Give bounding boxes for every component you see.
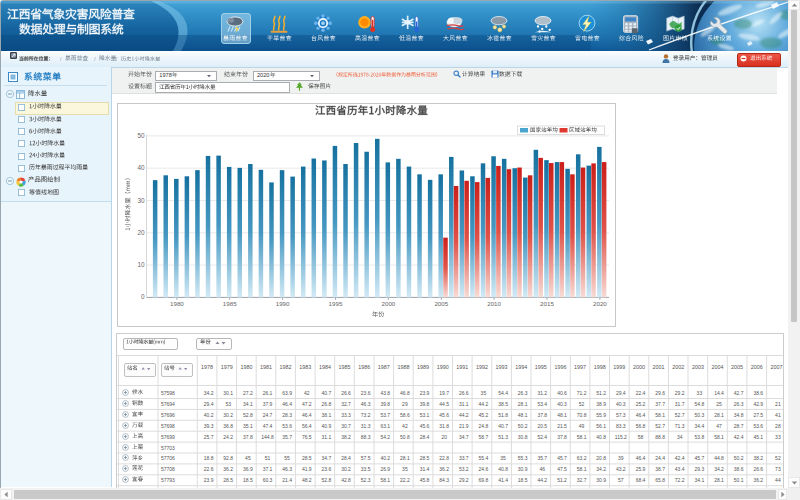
svg-text:26.6: 26.6 [341,390,351,396]
svg-text:2003: 2003 [691,364,703,370]
svg-text:33.7: 33.7 [458,455,468,461]
svg-text:50: 50 [137,131,145,138]
svg-text:51.2: 51.2 [596,390,606,396]
svg-text:36.9: 36.9 [243,466,253,472]
svg-text:51.2: 51.2 [557,477,567,483]
svg-text:53: 53 [225,400,231,406]
svg-text:39.8: 39.8 [419,400,429,406]
svg-text:43.8: 43.8 [380,390,390,396]
svg-text:38.7: 38.7 [655,466,665,472]
svg-text:51.3: 51.3 [498,433,508,439]
svg-text:55: 55 [284,455,290,461]
svg-text:54.8: 54.8 [694,400,704,406]
svg-text:38.5: 38.5 [498,400,508,406]
svg-text:144.8: 144.8 [261,433,274,439]
svg-text:28.7: 28.7 [733,422,743,428]
svg-text:34.2: 34.2 [596,466,606,472]
svg-text:29.3: 29.3 [694,466,704,472]
svg-text:1990: 1990 [276,299,290,306]
svg-text:36.2: 36.2 [753,477,763,483]
svg-text:58.1: 58.1 [576,466,586,472]
svg-text:20.8: 20.8 [596,455,606,461]
svg-text:1987: 1987 [377,364,389,370]
svg-text:19.7: 19.7 [439,390,449,396]
svg-text:47.2: 47.2 [301,400,311,406]
svg-text:2010: 2010 [487,299,501,306]
svg-text:42: 42 [402,422,408,428]
svg-text:42: 42 [304,390,310,396]
svg-text:44: 44 [775,477,781,483]
svg-text:21: 21 [775,400,781,406]
svg-text:37.8: 37.8 [537,411,547,417]
svg-text:30.1: 30.1 [223,390,233,396]
svg-text:35: 35 [402,466,408,472]
svg-text:52.8: 52.8 [243,411,253,417]
svg-text:2005: 2005 [731,364,743,370]
svg-text:1993: 1993 [495,364,507,370]
svg-text:26.6: 26.6 [753,466,763,472]
svg-text:52: 52 [578,400,584,406]
svg-text:57694: 57694 [161,400,175,406]
svg-text:1986: 1986 [358,364,370,370]
svg-text:63.2: 63.2 [576,455,586,461]
svg-text:58.6: 58.6 [400,411,410,417]
svg-text:57698: 57698 [161,422,175,428]
svg-text:52: 52 [775,455,781,461]
svg-text:1984: 1984 [318,364,330,370]
svg-text:1990: 1990 [436,364,448,370]
svg-text:45.6: 45.6 [439,411,449,417]
svg-text:1988: 1988 [397,364,409,370]
svg-text:40.6: 40.6 [557,390,567,396]
svg-text:42.4: 42.4 [674,455,684,461]
svg-text:25: 25 [716,400,722,406]
svg-text:57699: 57699 [161,433,175,439]
svg-text:33: 33 [775,433,781,439]
svg-text:30.7: 30.7 [341,422,351,428]
svg-text:18.5: 18.5 [517,477,527,483]
svg-text:21.5: 21.5 [557,422,567,428]
svg-text:56.1: 56.1 [596,422,606,428]
svg-text:30.2: 30.2 [223,411,233,417]
svg-text:18.5: 18.5 [243,477,253,483]
svg-text:55.4: 55.4 [478,455,488,461]
svg-text:42.4: 42.4 [733,433,743,439]
svg-text:46.4: 46.4 [635,411,645,417]
svg-text:22.4: 22.4 [635,390,645,396]
svg-text:50.3: 50.3 [694,411,704,417]
svg-text:2000: 2000 [382,299,396,306]
svg-text:26.8: 26.8 [321,400,331,406]
svg-text:76.5: 76.5 [301,433,311,439]
svg-text:58.1: 58.1 [576,433,586,439]
svg-text:57708: 57708 [161,466,175,472]
svg-text:44.2: 44.2 [478,400,488,406]
svg-text:37.9: 37.9 [262,400,272,406]
svg-text:34.1: 34.1 [243,400,253,406]
svg-text:45: 45 [245,455,251,461]
svg-text:28.4: 28.4 [419,433,429,439]
svg-text:35: 35 [500,455,506,461]
svg-text:1989: 1989 [417,364,429,370]
svg-text:22.6: 22.6 [203,466,213,472]
svg-text:41.4: 41.4 [498,477,508,483]
svg-text:28.5: 28.5 [301,455,311,461]
svg-text:63.9: 63.9 [282,390,292,396]
svg-text:39.8: 39.8 [380,400,390,406]
svg-text:31.1: 31.1 [458,400,468,406]
svg-text:52.8: 52.8 [321,477,331,483]
svg-text:45.7: 45.7 [557,455,567,461]
svg-text:1983: 1983 [299,364,311,370]
svg-text:36.8: 36.8 [223,422,233,428]
svg-text:27.5: 27.5 [753,411,763,417]
svg-text:52.3: 52.3 [360,477,370,483]
svg-text:1981: 1981 [260,364,272,370]
svg-text:51.8: 51.8 [498,411,508,417]
svg-text:53.7: 53.7 [380,411,390,417]
svg-text:31.2: 31.2 [537,390,547,396]
svg-text:25.7: 25.7 [203,433,213,439]
svg-text:1980: 1980 [170,299,184,306]
svg-text:57.3: 57.3 [615,411,625,417]
svg-text:58.1: 58.1 [655,411,665,417]
svg-text:46.3: 46.3 [360,400,370,406]
svg-text:58: 58 [637,433,643,439]
svg-text:45.8: 45.8 [419,477,429,483]
